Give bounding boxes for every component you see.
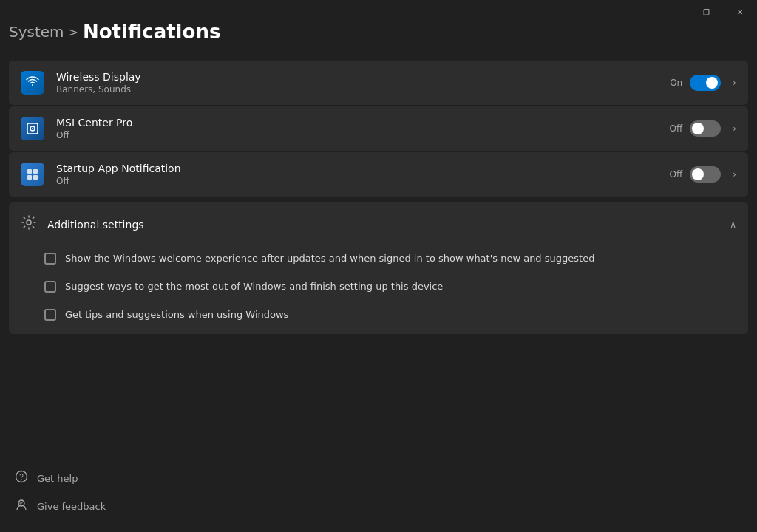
checkbox-row-tips[interactable]: Get tips and suggestions when using Wind… <box>44 308 736 321</box>
main-content: System > Notifications Wireless Display … <box>0 0 757 334</box>
bottom-links: ? Get help Give feedback <box>9 467 112 517</box>
msi-center-pro-toggle[interactable] <box>690 120 721 137</box>
app-row-startup-app[interactable]: Startup App Notification Off Off › <box>9 152 748 197</box>
app-list: Wireless Display Banners, Sounds On › <box>9 61 748 197</box>
startup-app-info: Startup App Notification Off <box>56 163 669 186</box>
additional-settings-section: Additional settings ∧ Show the Windows w… <box>9 202 748 334</box>
startup-app-chevron: › <box>733 169 736 180</box>
toggle-knob <box>692 123 704 134</box>
checkbox-welcome[interactable] <box>44 253 56 265</box>
svg-rect-3 <box>27 169 32 174</box>
wireless-display-name: Wireless Display <box>56 71 670 83</box>
checkbox-suggest-label: Suggest ways to get the most out of Wind… <box>65 280 443 293</box>
msi-center-pro-info: MSI Center Pro Off <box>56 117 669 140</box>
give-feedback-label: Give feedback <box>37 501 106 512</box>
help-icon: ? <box>15 470 28 486</box>
msi-center-pro-name: MSI Center Pro <box>56 117 669 129</box>
page-title: Notifications <box>83 21 220 43</box>
give-feedback-link[interactable]: Give feedback <box>9 495 112 517</box>
checkbox-row-suggest[interactable]: Suggest ways to get the most out of Wind… <box>44 280 736 293</box>
startup-app-controls: Off › <box>669 166 736 183</box>
titlebar: – ❐ ✕ <box>655 0 757 24</box>
additional-settings-header[interactable]: Additional settings ∧ <box>9 202 748 246</box>
wireless-display-toggle[interactable] <box>690 75 721 91</box>
startup-app-toggle[interactable] <box>690 166 721 183</box>
additional-settings-title: Additional settings <box>47 219 730 231</box>
msi-center-pro-icon <box>21 117 44 140</box>
close-button[interactable]: ✕ <box>723 0 757 24</box>
get-help-link[interactable]: ? Get help <box>9 467 112 489</box>
restore-button[interactable]: ❐ <box>689 0 723 24</box>
svg-point-2 <box>32 128 33 129</box>
get-help-label: Get help <box>37 473 78 484</box>
checkbox-tips[interactable] <box>44 309 56 321</box>
minimize-button[interactable]: – <box>655 0 689 24</box>
app-row-wireless-display[interactable]: Wireless Display Banners, Sounds On › <box>9 61 748 105</box>
toggle-knob <box>692 168 704 180</box>
checkbox-welcome-label: Show the Windows welcome experience afte… <box>65 252 594 265</box>
feedback-icon <box>15 498 28 514</box>
wireless-display-icon <box>21 71 44 95</box>
svg-rect-5 <box>27 175 32 180</box>
startup-app-icon <box>21 163 44 186</box>
checkbox-row-welcome[interactable]: Show the Windows welcome experience afte… <box>44 252 736 265</box>
additional-settings-checkboxes: Show the Windows welcome experience afte… <box>9 246 748 334</box>
svg-text:?: ? <box>19 473 24 481</box>
startup-app-name: Startup App Notification <box>56 163 669 174</box>
wireless-display-info: Wireless Display Banners, Sounds <box>56 71 670 95</box>
msi-center-pro-chevron: › <box>733 123 736 134</box>
gear-badge-icon <box>21 214 37 234</box>
wireless-display-controls: On › <box>670 75 736 91</box>
checkbox-tips-label: Get tips and suggestions when using Wind… <box>65 308 288 321</box>
startup-app-status: Off <box>669 169 682 180</box>
wireless-display-sub: Banners, Sounds <box>56 84 670 95</box>
app-row-msi-center-pro[interactable]: MSI Center Pro Off Off › <box>9 106 748 151</box>
toggle-knob <box>706 77 718 89</box>
msi-center-pro-controls: Off › <box>669 120 736 137</box>
breadcrumb: System > Notifications <box>9 15 748 43</box>
msi-center-pro-status: Off <box>669 123 682 134</box>
breadcrumb-system[interactable]: System <box>9 23 64 41</box>
svg-rect-4 <box>33 169 38 174</box>
wireless-display-status: On <box>670 78 682 88</box>
breadcrumb-separator: > <box>69 25 78 39</box>
wireless-display-chevron: › <box>733 78 736 88</box>
checkbox-suggest[interactable] <box>44 281 56 293</box>
startup-app-sub: Off <box>56 176 669 186</box>
msi-center-pro-sub: Off <box>56 130 669 140</box>
svg-point-7 <box>27 220 31 225</box>
svg-rect-6 <box>33 175 38 180</box>
additional-settings-chevron: ∧ <box>730 219 736 230</box>
